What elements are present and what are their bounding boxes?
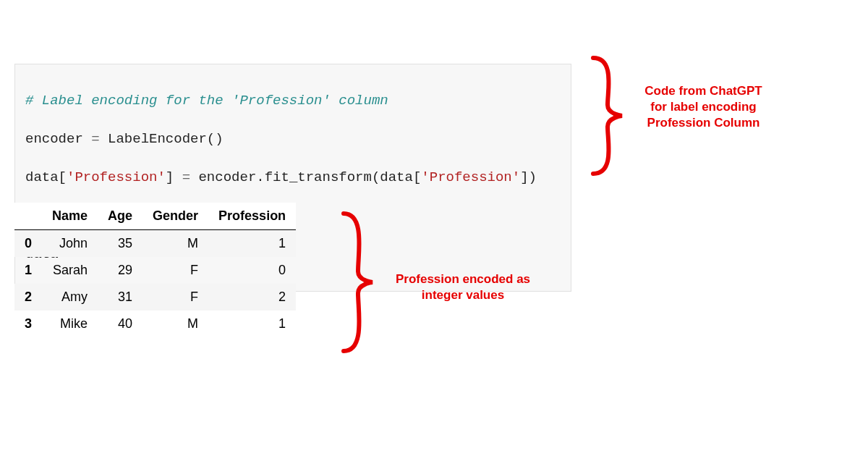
cell-gender: F xyxy=(142,284,208,311)
code-text: ] xyxy=(166,169,182,185)
table-header-row: Name Age Gender Profession xyxy=(14,203,296,230)
code-string: 'Profession' xyxy=(67,169,166,185)
table-row: 0 John 35 M 1 xyxy=(14,230,296,258)
dataframe-table: Name Age Gender Profession 0 John 35 M 1… xyxy=(14,203,296,337)
cell-name: Mike xyxy=(42,311,98,337)
cell-age: 35 xyxy=(98,230,142,258)
annotation-code: Code from ChatGPT for label encoding Pro… xyxy=(640,83,767,131)
row-index: 2 xyxy=(14,284,42,311)
code-operator: = xyxy=(91,131,99,147)
cell-profession: 0 xyxy=(208,257,296,284)
cell-name: John xyxy=(42,230,98,258)
table-header-profession: Profession xyxy=(208,203,296,230)
code-comment: # Label encoding for the 'Profession' co… xyxy=(25,93,388,109)
code-text: encoder xyxy=(25,131,91,147)
cell-gender: M xyxy=(142,311,208,337)
code-text: encoder.fit_transform(data[ xyxy=(190,169,421,185)
row-index: 3 xyxy=(14,311,42,337)
code-text: data[ xyxy=(25,169,67,185)
cell-age: 40 xyxy=(98,311,142,337)
brace-icon xyxy=(333,206,383,358)
cell-profession: 2 xyxy=(208,284,296,311)
cell-profession: 1 xyxy=(208,311,296,337)
code-text: LabelEncoder() xyxy=(100,131,224,147)
table-header-gender: Gender xyxy=(142,203,208,230)
row-index: 1 xyxy=(14,257,42,284)
cell-name: Sarah xyxy=(42,257,98,284)
table-header-name: Name xyxy=(42,203,98,230)
cell-age: 29 xyxy=(98,257,142,284)
table-header-age: Age xyxy=(98,203,142,230)
table-header-index xyxy=(14,203,42,230)
table-row: 2 Amy 31 F 2 xyxy=(14,284,296,311)
cell-age: 31 xyxy=(98,284,142,311)
cell-profession: 1 xyxy=(208,230,296,258)
cell-gender: F xyxy=(142,257,208,284)
table-row: 3 Mike 40 M 1 xyxy=(14,311,296,337)
code-text: ]) xyxy=(520,169,537,185)
table-row: 1 Sarah 29 F 0 xyxy=(14,257,296,284)
code-string: 'Profession' xyxy=(421,169,520,185)
brace-icon xyxy=(582,51,633,181)
annotation-table: Profession encoded as integer values xyxy=(391,271,535,303)
code-operator: = xyxy=(182,169,190,185)
row-index: 0 xyxy=(14,230,42,258)
cell-name: Amy xyxy=(42,284,98,311)
cell-gender: M xyxy=(142,230,208,258)
